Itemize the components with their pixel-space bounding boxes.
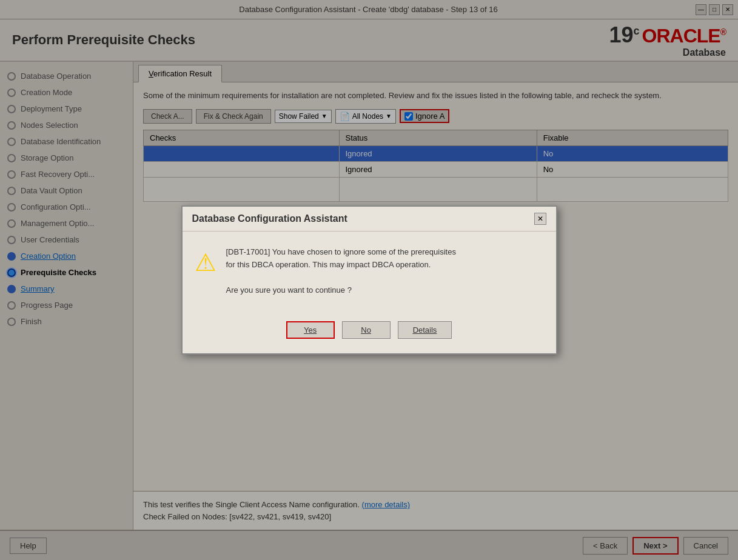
no-underline: No	[361, 325, 371, 335]
modal-message-line1: [DBT-17001] You have chosen to ignore so…	[226, 246, 456, 259]
modal-body: ⚠ [DBT-17001] You have chosen to ignore …	[183, 232, 556, 311]
modal-title: Database Configuration Assistant	[192, 213, 347, 224]
modal-question: Are you sure you want to continue ?	[226, 284, 456, 297]
modal-message-line2: for this DBCA operation. This may impact…	[226, 259, 456, 272]
modal-overlay: Database Configuration Assistant ✕ ⚠ [DB…	[0, 0, 738, 560]
modal-message: [DBT-17001] You have chosen to ignore so…	[226, 246, 456, 296]
modal-titlebar: Database Configuration Assistant ✕	[183, 207, 556, 232]
modal-details-button[interactable]: Details	[398, 321, 452, 339]
modal-buttons: Yes No Details	[183, 312, 556, 353]
yes-underline: Yes	[304, 325, 317, 335]
details-underline: Details	[413, 325, 437, 335]
warning-triangle-icon: ⚠	[195, 248, 216, 276]
modal-yes-button[interactable]: Yes	[286, 321, 335, 339]
modal-close-button[interactable]: ✕	[534, 213, 546, 225]
modal-no-button[interactable]: No	[342, 321, 391, 339]
modal-dialog: Database Configuration Assistant ✕ ⚠ [DB…	[181, 205, 557, 354]
